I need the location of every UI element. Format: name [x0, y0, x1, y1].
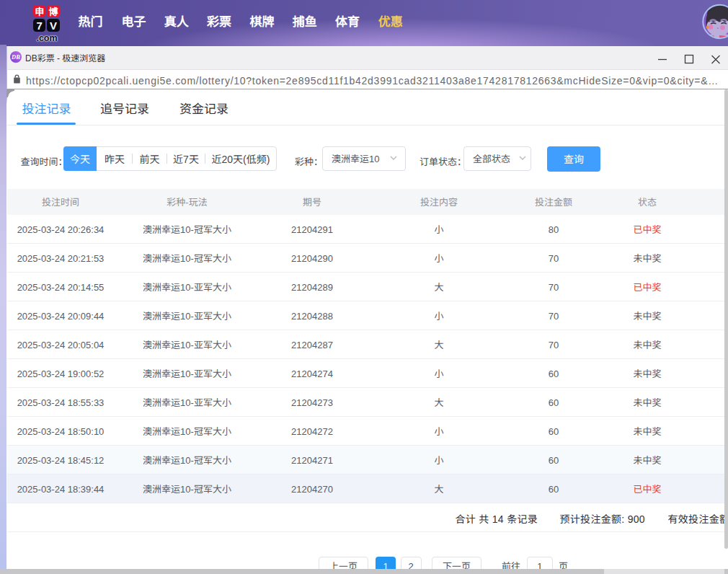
svg-text:DB: DB [11, 53, 20, 61]
